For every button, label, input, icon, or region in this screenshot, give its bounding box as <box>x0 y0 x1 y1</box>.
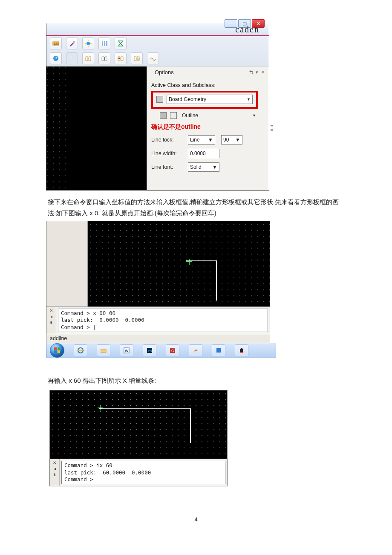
subclass-vis-swatch[interactable] <box>160 112 167 119</box>
command-prompt[interactable]: Command > <box>61 324 265 331</box>
svg-text:?: ? <box>55 56 57 61</box>
brand-logo: cāden <box>235 25 259 35</box>
sun-icon[interactable] <box>82 38 94 49</box>
book1-icon[interactable] <box>82 52 94 64</box>
word-icon[interactable]: W <box>120 344 133 356</box>
wave-icon[interactable] <box>147 52 159 64</box>
subclass-value: Outline <box>182 113 198 119</box>
outline-note: 确认是不是outline <box>151 123 265 131</box>
svg-rect-8 <box>102 41 103 46</box>
pin-icon[interactable]: ⇟ <box>53 472 56 477</box>
foxit-icon[interactable] <box>189 344 202 356</box>
drawn-segment-h <box>99 408 190 409</box>
options-screenshot: — ▢ ✕ cāden 123 ? ✓ <box>46 23 269 191</box>
photoshop-icon[interactable]: Ps <box>143 344 156 356</box>
panel-controls[interactable]: ⇆ ▾ ✕ <box>249 69 265 75</box>
grip-icon <box>66 52 78 64</box>
command-line: last pick: 0.0000 0.0000 <box>61 317 265 324</box>
subclass-dropdown[interactable]: Outline ▼ <box>180 111 258 120</box>
start-button[interactable] <box>50 343 64 358</box>
design-canvas[interactable] <box>46 66 147 190</box>
drawn-segment-v <box>190 408 191 443</box>
svg-rect-2 <box>73 41 75 43</box>
drawn-segment-v <box>216 260 217 301</box>
explorer-icon[interactable] <box>97 344 110 356</box>
svg-rect-10 <box>106 41 107 46</box>
class-value: Board Geometry <box>169 96 206 102</box>
command-panel-controls[interactable]: ✕ ◂ ⇟ <box>50 459 60 486</box>
left-sidebar <box>46 221 88 306</box>
status-bar: add line <box>46 334 270 343</box>
arrow-left-icon[interactable]: ◂ <box>54 466 56 471</box>
command-console[interactable]: Command > x 00 00 last pick: 0.0000 0.00… <box>58 309 268 332</box>
svg-rect-26 <box>240 352 243 353</box>
command-line: last pick: 60.0000 0.0000 <box>64 469 222 476</box>
command-line: Command > x 00 00 <box>61 310 265 317</box>
design-canvas[interactable] <box>88 221 270 306</box>
svg-rect-9 <box>104 41 105 46</box>
app-icon-red[interactable]: C <box>166 344 179 356</box>
chevron-down-icon: ▼ <box>247 97 251 101</box>
hourglass-icon[interactable] <box>115 38 127 49</box>
command-console[interactable]: Command > ix 60 last pick: 60.0000 0.000… <box>61 461 225 484</box>
paragraph-2: 再输入 x 60 得出下图所示 X 增量线条: <box>48 375 346 386</box>
svg-text:Ps: Ps <box>148 349 152 353</box>
line-lock-label: Line lock: <box>151 137 182 143</box>
class-dropdown[interactable]: Board Geometry ▼ <box>167 95 253 104</box>
class-highlight-box: Board Geometry ▼ <box>151 91 258 109</box>
line-width-input[interactable]: 0.0000 <box>188 149 219 158</box>
brush-icon[interactable] <box>66 38 78 49</box>
command-prompt[interactable]: Command > <box>64 476 222 483</box>
command-screenshot-1: ✕ ◂ ⇟ Command > x 00 00 last pick: 0.000… <box>46 221 270 334</box>
options-panel: Options ⇆ ▾ ✕ Active Class and Subclass:… <box>147 66 269 190</box>
book4-icon[interactable]: ✓ <box>131 52 143 64</box>
line-width-label: Line width: <box>151 150 182 156</box>
window-titlebar: — ▢ ✕ cāden <box>46 23 269 36</box>
command-screenshot-2: ✕ ◂ ⇟ Command > ix 60 last pick: 60.0000… <box>49 390 228 486</box>
windows-taskbar: W Ps C <box>46 343 276 358</box>
class-color-swatch[interactable] <box>156 96 163 103</box>
svg-text:C: C <box>171 349 174 353</box>
svg-text:123: 123 <box>54 42 59 45</box>
active-class-label: Active Class and Subclass: <box>151 82 265 88</box>
pin-icon[interactable]: ⇟ <box>49 320 53 325</box>
svg-text:✓: ✓ <box>137 57 140 61</box>
columns-icon[interactable] <box>98 38 110 49</box>
subclass-color-swatch[interactable] <box>170 112 177 119</box>
line-font-dropdown[interactable]: Solid▼ <box>188 162 219 172</box>
options-title: Options <box>155 69 174 75</box>
svg-point-25 <box>240 348 243 351</box>
command-line: Command > ix 60 <box>64 462 222 469</box>
close-icon[interactable]: ✕ <box>53 460 56 465</box>
origin-marker-icon <box>186 259 192 265</box>
help-icon[interactable]: ? <box>50 52 62 64</box>
command-panel-controls[interactable]: ✕ ◂ ⇟ <box>46 307 56 334</box>
arrow-left-icon[interactable]: ◂ <box>50 314 52 319</box>
design-canvas[interactable] <box>50 390 227 459</box>
svg-rect-16 <box>101 349 106 353</box>
book3-icon[interactable] <box>115 52 127 64</box>
line-lock-mode-dropdown[interactable]: Line▼ <box>188 135 215 145</box>
tool-icon[interactable]: 123 <box>50 38 62 49</box>
svg-rect-23 <box>216 348 221 353</box>
svg-point-3 <box>86 42 90 45</box>
line-font-label: Line font: <box>151 164 182 170</box>
qq-icon[interactable] <box>235 344 248 356</box>
resize-grip-icon[interactable] <box>271 125 273 131</box>
book2-icon[interactable] <box>98 52 110 64</box>
ie-icon[interactable] <box>74 344 87 356</box>
line-lock-angle-dropdown[interactable]: 90▼ <box>221 135 242 145</box>
app-icon-blue[interactable] <box>212 344 225 356</box>
page-number: 4 <box>0 516 392 523</box>
chevron-down-icon: ▼ <box>252 113 256 118</box>
svg-rect-13 <box>118 58 120 59</box>
drawn-segment-h <box>186 260 216 261</box>
close-icon[interactable]: ✕ <box>49 308 53 313</box>
paragraph-1: 接下来在命令窗口输入坐标值的方法来输入板框值,精确建立方形板框或其它形状.先来看… <box>48 197 346 218</box>
svg-text:W: W <box>125 349 129 353</box>
toolbar-area: 123 ? ✓ <box>46 36 269 66</box>
